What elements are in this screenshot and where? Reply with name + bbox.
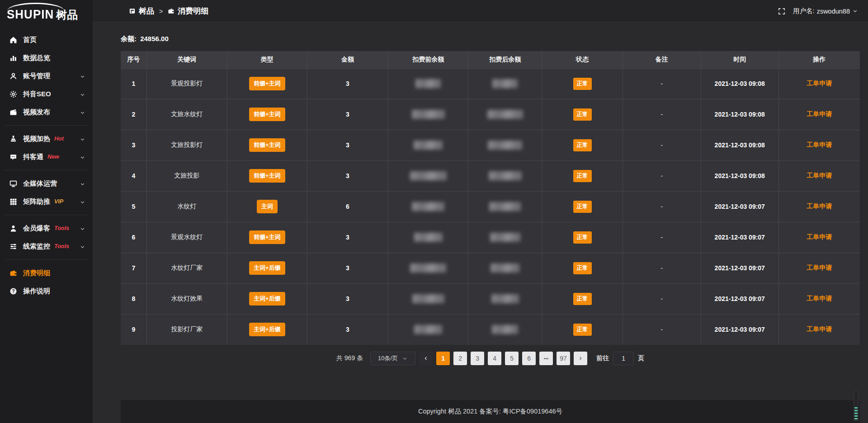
- action-cell: 工单申请: [778, 130, 860, 160]
- app-logo[interactable]: SHUPIN 树品: [0, 0, 93, 27]
- table-row: 1景观投影灯前缀+主词3正常-2021-12-03 09:08工单申请: [121, 68, 860, 99]
- sidebar-item-video-publish[interactable]: 视频发布: [0, 103, 93, 121]
- sidebar-item-home[interactable]: 首页: [0, 31, 93, 49]
- status-badge: 正常: [542, 314, 623, 345]
- goto-label: 前往: [596, 354, 609, 362]
- time-cell: 2021-12-03 09:08: [701, 68, 778, 99]
- video-icon: [9, 108, 17, 116]
- sidebar-item-label: 消费明细: [23, 269, 50, 277]
- page-button-3[interactable]: 3: [471, 352, 484, 365]
- sidebar-item-clue-monitor[interactable]: 线索监控Tools: [0, 237, 93, 255]
- stamp-icon: [9, 135, 17, 143]
- dashboard-icon: [129, 8, 136, 14]
- table-row: 7水纹灯厂家主词+后缀3正常-2021-12-03 09:07工单申请: [121, 253, 860, 283]
- time-cell: 2021-12-03 09:08: [701, 99, 778, 130]
- wallet-icon: [9, 269, 17, 277]
- logo-text-en: SHUPIN: [7, 7, 54, 22]
- sidebar-item-data-overview[interactable]: 数据总览: [0, 49, 93, 67]
- sliders-icon: [9, 243, 17, 250]
- table-row: 9投影灯厂家主词+后缀3正常-2021-12-03 09:07工单申请: [121, 314, 860, 345]
- sidebar-item-matrix-boost[interactable]: 矩阵助推VIP: [0, 193, 93, 211]
- table-row: 5水纹灯主词6正常-2021-12-03 09:07工单申请: [121, 191, 860, 222]
- page-button-5[interactable]: 5: [505, 352, 519, 365]
- work-order-link[interactable]: 工单申请: [807, 80, 832, 87]
- sidebar-item-video-heat[interactable]: 视频加热Hot: [0, 130, 93, 148]
- type-badge: 前缀+主词: [227, 222, 307, 253]
- sidebar-item-account-manage[interactable]: 账号管理: [0, 67, 93, 85]
- balance-before-masked: [388, 191, 468, 222]
- page-button-2[interactable]: 2: [453, 352, 467, 365]
- sidebar-item-douketong[interactable]: 抖客通New: [0, 148, 93, 166]
- type-badge: 主词+后缀: [249, 261, 285, 275]
- logo-text-cn: 树品: [56, 8, 78, 22]
- status-badge: 正常: [542, 130, 623, 160]
- status-badge: 正常: [573, 201, 592, 213]
- scrollbar[interactable]: [854, 391, 859, 421]
- svg-text:?: ?: [12, 288, 14, 293]
- next-page-button[interactable]: [574, 352, 587, 365]
- status-badge: 正常: [573, 139, 592, 151]
- sidebar-item-badge: New: [47, 154, 59, 160]
- work-order-link[interactable]: 工单申请: [807, 110, 832, 118]
- sidebar-item-douyin-seo[interactable]: 抖音SEO: [0, 85, 93, 103]
- chevron-down-icon: [402, 356, 408, 362]
- scrollbar-thumb[interactable]: [854, 407, 858, 420]
- masked-balance: [415, 79, 441, 88]
- action-cell: 工单申请: [778, 314, 860, 345]
- breadcrumb-item[interactable]: 树品: [129, 6, 154, 16]
- balance-label: 余额:: [121, 35, 137, 42]
- balance-line: 余额: 24856.00: [121, 35, 860, 43]
- balance-after-masked: [468, 68, 542, 99]
- breadcrumb-item[interactable]: 消费明细: [168, 6, 208, 16]
- remark-cell: -: [623, 130, 701, 160]
- sidebar-item-badge: Tools: [54, 225, 69, 231]
- status-badge: 正常: [573, 108, 592, 121]
- work-order-link[interactable]: 工单申请: [807, 141, 832, 148]
- page-button-4[interactable]: 4: [488, 352, 501, 365]
- work-order-link[interactable]: 工单申请: [807, 172, 832, 179]
- sidebar-item-label: 首页: [23, 36, 37, 44]
- page-button-6[interactable]: 6: [522, 352, 536, 365]
- type-badge: 前缀+主词: [249, 108, 285, 121]
- amount-cell: 3: [307, 68, 388, 99]
- type-badge: 主词+后缀: [227, 283, 307, 314]
- column-header: 关键词: [146, 51, 227, 68]
- status-badge: 正常: [573, 170, 592, 182]
- column-header: 类型: [227, 51, 307, 68]
- remark-cell: -: [623, 68, 701, 99]
- page-button-97[interactable]: 97: [557, 352, 570, 365]
- time-cell: 2021-12-03 09:07: [701, 191, 778, 222]
- page-size-select[interactable]: 10条/页: [370, 352, 415, 365]
- action-cell: 工单申请: [778, 68, 860, 99]
- sidebar-item-consume-detail[interactable]: 消费明细: [0, 264, 93, 282]
- status-badge: 正常: [573, 231, 592, 244]
- sidebar-divider: [5, 215, 88, 215]
- column-header: 金额: [307, 51, 388, 68]
- work-order-link[interactable]: 工单申请: [807, 295, 832, 302]
- goto-page-input[interactable]: [613, 352, 634, 365]
- user-menu[interactable]: 用户名: zswodun88: [793, 7, 858, 15]
- prev-page-button[interactable]: [419, 352, 433, 365]
- sidebar-item-label: 会员爆客: [23, 224, 50, 233]
- page-button-1[interactable]: 1: [436, 352, 450, 365]
- chevron-down-icon: [80, 136, 85, 142]
- sidebar-item-label: 线索监控: [23, 242, 50, 251]
- column-header: 操作: [778, 51, 860, 68]
- work-order-link[interactable]: 工单申请: [807, 233, 832, 240]
- chevron-down-icon: [80, 226, 85, 231]
- status-badge: 正常: [542, 160, 623, 191]
- table-row: 6景观水纹灯前缀+主词3正常-2021-12-03 09:07工单申请: [121, 222, 860, 253]
- sidebar-item-media-operation[interactable]: 全媒体运营: [0, 174, 93, 193]
- masked-balance: [412, 202, 444, 211]
- work-order-link[interactable]: 工单申请: [807, 325, 832, 333]
- sidebar-item-member-baoke[interactable]: 会员爆客Tools: [0, 219, 93, 237]
- type-badge: 前缀+主词: [249, 77, 285, 90]
- person-icon: [9, 225, 17, 232]
- sidebar-item-label: 操作说明: [23, 287, 50, 296]
- balance-before-masked: [388, 99, 468, 130]
- fullscreen-icon[interactable]: [778, 7, 786, 15]
- work-order-link[interactable]: 工单申请: [807, 264, 832, 271]
- pager-ellipsis-button[interactable]: •••: [539, 352, 553, 365]
- work-order-link[interactable]: 工单申请: [807, 202, 832, 210]
- sidebar-item-operation-guide[interactable]: ?操作说明: [0, 282, 93, 300]
